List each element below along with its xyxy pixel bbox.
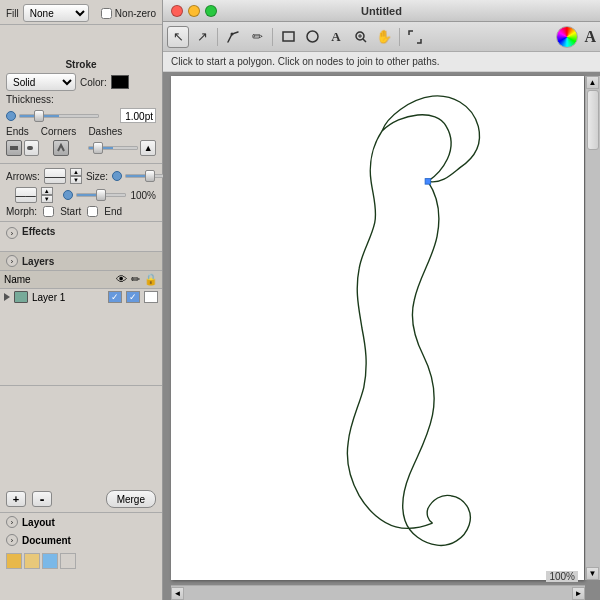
color-swatch-3[interactable] — [42, 553, 58, 569]
pencil-tool[interactable]: ✏ — [246, 26, 268, 48]
svg-point-4 — [307, 31, 318, 42]
footer-colors — [0, 549, 162, 573]
stroke-style-select[interactable]: Solid Dashed Dotted — [6, 73, 76, 91]
scrollbar-horizontal[interactable]: ◄ ► — [171, 585, 585, 600]
pen-tool[interactable] — [222, 26, 244, 48]
canvas-white[interactable] — [171, 76, 584, 580]
layers-lock-icon: 🔒 — [144, 273, 158, 286]
color-swatch-4[interactable] — [60, 553, 76, 569]
window-close-button[interactable] — [171, 5, 183, 17]
layer-1-name: Layer 1 — [32, 292, 104, 303]
arrows-end-down[interactable]: ▼ — [41, 195, 53, 203]
corners-label: Corners — [41, 126, 77, 137]
nonzero-checkbox[interactable] — [101, 8, 112, 19]
svg-line-6 — [363, 39, 366, 42]
fill-label: Fill — [6, 8, 19, 19]
ellipse-tool[interactable] — [301, 26, 323, 48]
effects-section: › Effects — [0, 222, 162, 252]
drawing-svg[interactable] — [171, 76, 584, 580]
thickness-value: 1.00pt — [120, 108, 156, 123]
color-swatch-1[interactable] — [6, 553, 22, 569]
main-area: Untitled ↖ ↗ ✏ A ✋ A Click to sta — [163, 0, 600, 600]
corners-miter-btn[interactable] — [53, 140, 69, 156]
arrows-start-up[interactable]: ▲ — [70, 168, 82, 176]
layers-name-col: Name — [4, 274, 116, 285]
arrows-section: Arrows: —— ▲ ▼ Size: 100% —— ▲ ▼ — [0, 164, 162, 222]
svg-rect-9 — [425, 179, 430, 184]
layer-1-visible[interactable]: ✓ — [108, 291, 122, 303]
window-title: Untitled — [361, 5, 402, 17]
morph-start-checkbox[interactable] — [43, 206, 54, 217]
arrows-start-stepper: ▲ ▼ — [70, 168, 82, 184]
layers-section: › Layers Name 👁 ✏ 🔒 Layer 1 ✓ ✓ — [0, 252, 162, 386]
tool-sep-2 — [272, 28, 273, 46]
window-maximize-button[interactable] — [205, 5, 217, 17]
arrows-size2-container — [63, 190, 126, 200]
scroll-down-arrow[interactable]: ▼ — [586, 567, 599, 580]
scroll-thumb-v[interactable] — [587, 90, 599, 150]
arrows-size2-value: 100% — [130, 190, 156, 201]
direct-select-tool[interactable]: ↗ — [191, 26, 213, 48]
arrows-size-label: Size: — [86, 171, 108, 182]
scroll-right-arrow[interactable]: ► — [572, 587, 585, 600]
panel-footer: › Layout › Document — [0, 512, 162, 600]
fill-preview-area — [0, 25, 162, 55]
zoom-tool[interactable] — [349, 26, 371, 48]
add-layer-button[interactable]: + — [6, 491, 26, 507]
morph-label: Morph: — [6, 206, 37, 217]
arrows-size2-slider[interactable] — [76, 193, 126, 197]
dashes-up-btn[interactable]: ▲ — [140, 140, 156, 156]
tool-sep-1 — [217, 28, 218, 46]
layout-row: › Layout — [0, 513, 162, 531]
scrollbar-vertical[interactable]: ▲ ▼ — [585, 76, 600, 580]
arrows-start-down[interactable]: ▼ — [70, 176, 82, 184]
arrows-end-up[interactable]: ▲ — [41, 187, 53, 195]
morph-end-label: End — [104, 206, 122, 217]
document-row: › Document — [0, 531, 162, 549]
svg-rect-1 — [27, 146, 33, 150]
arrows-start-box[interactable]: —— — [44, 168, 66, 184]
layers-pencil-icon: ✏ — [131, 273, 140, 286]
thickness-slider[interactable] — [19, 114, 99, 118]
remove-layer-button[interactable]: - — [32, 491, 52, 507]
panel-bottom-buttons: + - Merge — [0, 486, 162, 512]
layout-label: Layout — [22, 517, 55, 528]
document-toggle[interactable]: › — [6, 534, 18, 546]
merge-button[interactable]: Merge — [106, 490, 156, 508]
color-wheel[interactable] — [556, 26, 578, 48]
thickness-slider-container — [6, 111, 116, 121]
morph-end-checkbox[interactable] — [87, 206, 98, 217]
effects-toggle[interactable]: › — [6, 227, 18, 239]
stroke-color-swatch[interactable] — [111, 75, 129, 89]
layer-1-editable[interactable]: ✓ — [126, 291, 140, 303]
window-minimize-button[interactable] — [188, 5, 200, 17]
layout-toggle[interactable]: › — [6, 516, 18, 528]
stroke-section: Stroke Solid Dashed Dotted Color: Thickn… — [0, 55, 162, 164]
ends-butt-btn[interactable] — [6, 140, 22, 156]
arrows-end-box[interactable]: —— — [15, 187, 37, 203]
layers-eye-icon: 👁 — [116, 273, 127, 286]
arrows-end-stepper: ▲ ▼ — [41, 187, 53, 203]
layers-col-icons: 👁 ✏ 🔒 — [116, 273, 158, 286]
svg-rect-0 — [10, 146, 18, 150]
layers-column-headers: Name 👁 ✏ 🔒 — [0, 271, 162, 289]
rectangle-tool[interactable] — [277, 26, 299, 48]
layers-toggle[interactable]: › — [6, 255, 18, 267]
ends-round-btn[interactable] — [24, 140, 40, 156]
svg-point-2 — [231, 32, 234, 35]
hand-tool[interactable]: ✋ — [373, 26, 395, 48]
crop-tool[interactable] — [404, 26, 426, 48]
scroll-up-arrow[interactable]: ▲ — [586, 76, 599, 89]
layer-1-expand[interactable] — [4, 293, 10, 301]
pointer-tool[interactable]: ↖ — [167, 26, 189, 48]
layer-1-lock[interactable] — [144, 291, 158, 303]
document-label: Document — [22, 535, 71, 546]
window-controls — [171, 5, 217, 17]
color-swatch-2[interactable] — [24, 553, 40, 569]
font-indicator: A — [584, 28, 596, 46]
dashes-slider[interactable] — [88, 146, 138, 150]
fill-select[interactable]: None Solid Linear Radial — [23, 4, 89, 22]
canvas-area[interactable]: ▲ ▼ ◄ ► 100% — [163, 72, 600, 600]
scroll-left-arrow[interactable]: ◄ — [171, 587, 184, 600]
text-tool[interactable]: A — [325, 26, 347, 48]
